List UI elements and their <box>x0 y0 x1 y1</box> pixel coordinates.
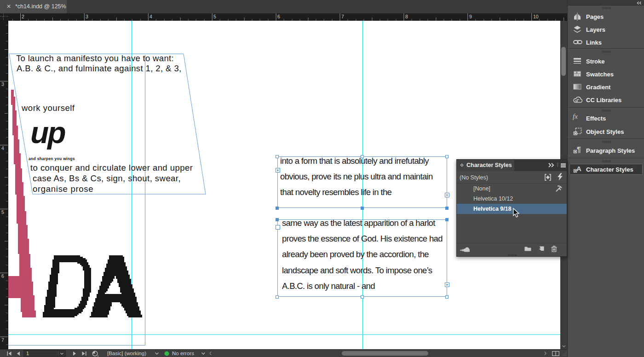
svg-text:¶: ¶ <box>577 146 581 154</box>
svg-text:A: A <box>576 165 581 173</box>
